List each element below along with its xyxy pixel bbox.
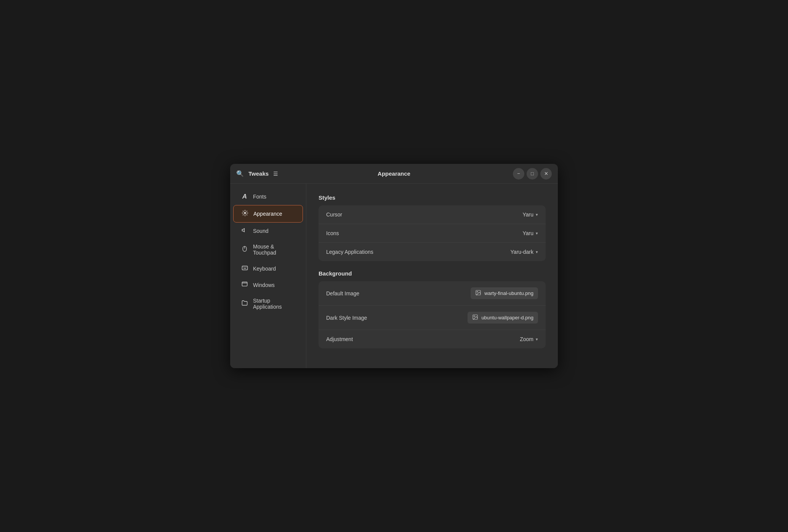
legacy-applications-value[interactable]: Yaru-dark ▾ <box>511 249 538 255</box>
appearance-icon <box>241 210 249 218</box>
icons-chevron-icon: ▾ <box>536 231 538 236</box>
legacy-applications-label: Legacy Applications <box>326 249 373 255</box>
sidebar-item-keyboard[interactable]: Keyboard <box>233 260 303 277</box>
file-icon-dark <box>472 314 478 321</box>
dark-style-image-label: Dark Style Image <box>326 315 367 321</box>
app-title: Tweaks <box>248 170 269 177</box>
svg-point-15 <box>474 316 475 317</box>
styles-card: Cursor Yaru ▾ Icons Yaru ▾ Legacy Applic… <box>319 205 546 261</box>
svg-point-0 <box>244 212 246 214</box>
startup-icon <box>241 300 248 308</box>
adjustment-value[interactable]: Zoom ▾ <box>520 336 538 342</box>
mouse-icon <box>241 246 248 253</box>
legacy-applications-text: Yaru-dark <box>511 249 533 255</box>
svg-point-13 <box>477 292 478 292</box>
adjustment-label: Adjustment <box>326 336 353 342</box>
dark-style-image-row: Dark Style Image ubuntu-wallpaper-d.png <box>319 306 546 330</box>
sidebar-item-windows[interactable]: Windows <box>233 277 303 293</box>
cursor-chevron-icon: ▾ <box>536 212 538 217</box>
sidebar: A Fonts Appearance Sound <box>230 184 306 368</box>
adjustment-text: Zoom <box>520 336 533 342</box>
legacy-applications-row: Legacy Applications Yaru-dark ▾ <box>319 243 546 261</box>
hamburger-icon: ☰ <box>273 171 278 177</box>
content-area: A Fonts Appearance Sound <box>230 184 558 368</box>
search-button[interactable]: 🔍 <box>236 170 244 177</box>
sidebar-item-label-sound: Sound <box>253 228 268 234</box>
svg-marker-1 <box>242 228 244 232</box>
search-icon: 🔍 <box>236 170 244 177</box>
sidebar-item-startup-applications[interactable]: Startup Applications <box>233 293 303 314</box>
window-controls: − □ ✕ <box>513 168 552 179</box>
icons-row: Icons Yaru ▾ <box>319 224 546 243</box>
legacy-chevron-icon: ▾ <box>536 250 538 255</box>
icons-text: Yaru <box>522 230 533 236</box>
cursor-label: Cursor <box>326 212 342 218</box>
sidebar-item-label-appearance: Appearance <box>253 211 282 217</box>
sidebar-item-sound[interactable]: Sound <box>233 223 303 239</box>
main-window: 🔍 Tweaks ☰ Appearance − □ ✕ A Fonts <box>230 164 558 368</box>
sidebar-item-label-mouse: Mouse & Touchpad <box>253 244 295 256</box>
sidebar-item-fonts[interactable]: A Fonts <box>233 189 303 205</box>
sidebar-item-mouse-touchpad[interactable]: Mouse & Touchpad <box>233 239 303 260</box>
icons-label: Icons <box>326 230 339 236</box>
styles-section-title: Styles <box>319 194 546 201</box>
default-image-button[interactable]: warty-final-ubuntu.png <box>471 287 538 299</box>
minimize-button[interactable]: − <box>513 168 524 179</box>
sidebar-item-label-keyboard: Keyboard <box>253 266 276 272</box>
maximize-button[interactable]: □ <box>527 168 538 179</box>
sidebar-item-label-fonts: Fonts <box>253 194 266 200</box>
dark-style-image-filename: ubuntu-wallpaper-d.png <box>481 315 533 320</box>
main-panel: Styles Cursor Yaru ▾ Icons Yaru ▾ <box>306 184 558 368</box>
dark-style-image-button[interactable]: ubuntu-wallpaper-d.png <box>468 312 538 324</box>
section-title: Appearance <box>378 170 410 177</box>
cursor-row: Cursor Yaru ▾ <box>319 205 546 224</box>
sidebar-item-appearance[interactable]: Appearance <box>233 205 303 223</box>
cursor-text: Yaru <box>522 212 533 218</box>
sidebar-item-label-startup: Startup Applications <box>253 298 295 310</box>
titlebar: 🔍 Tweaks ☰ Appearance − □ ✕ <box>230 164 558 184</box>
adjustment-row: Adjustment Zoom ▾ <box>319 330 546 348</box>
default-image-label: Default Image <box>326 290 359 296</box>
keyboard-icon <box>241 264 248 272</box>
default-image-row: Default Image warty-final-ubuntu.png <box>319 281 546 306</box>
svg-rect-10 <box>242 282 247 286</box>
titlebar-left: 🔍 Tweaks ☰ <box>236 170 278 177</box>
default-image-filename: warty-final-ubuntu.png <box>484 290 533 296</box>
icons-value[interactable]: Yaru ▾ <box>522 230 538 236</box>
fonts-icon: A <box>241 193 248 200</box>
menu-button[interactable]: ☰ <box>273 171 278 177</box>
file-icon-default <box>475 290 481 297</box>
close-button[interactable]: ✕ <box>540 168 552 179</box>
background-card: Default Image warty-final-ubuntu.png <box>319 281 546 348</box>
adjustment-chevron-icon: ▾ <box>536 337 538 342</box>
sidebar-item-label-windows: Windows <box>253 282 275 288</box>
cursor-value[interactable]: Yaru ▾ <box>522 212 538 218</box>
sound-icon <box>241 227 248 235</box>
windows-icon <box>241 281 248 289</box>
background-section-title: Background <box>319 270 546 277</box>
